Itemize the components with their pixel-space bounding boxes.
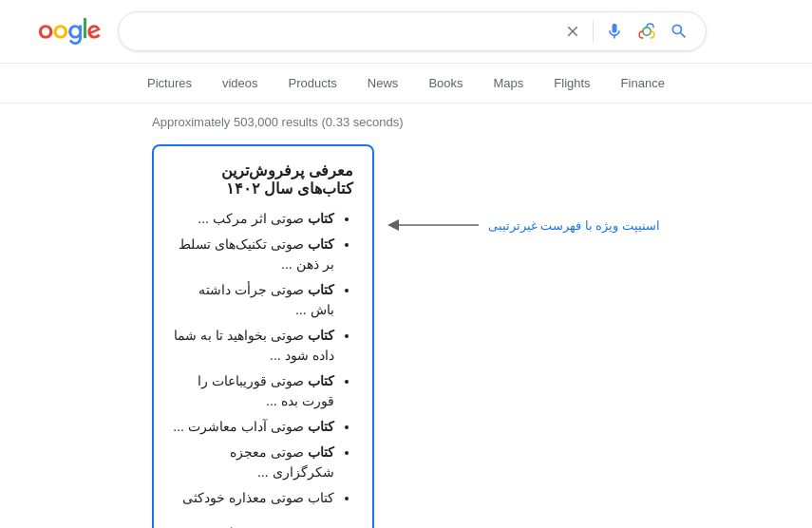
tab-books[interactable]: Books [414, 67, 477, 99]
callout-wrapper: اسنیپت ویژه با فهرست غیرترتیبی [384, 201, 660, 249]
list-item: کتاب صوتی آداب معاشرت ... [173, 417, 334, 437]
search-divider [593, 20, 594, 43]
voice-search-button[interactable] [603, 20, 626, 43]
header: پرفروش‌ترین کتاب‌های ایران در سال ۱۴۰۲ [0, 0, 812, 64]
tab-maps[interactable]: Maps [480, 67, 538, 99]
search-icons [562, 20, 690, 43]
tab-pictures[interactable]: Pictures [133, 67, 206, 99]
list-item: کتاب صوتی قوریباعات را قورت بده ... [173, 371, 334, 411]
callout-arrow-svg [384, 201, 488, 249]
list-item: کتاب صوتی بخواهید تا به شما داده شود ... [173, 326, 334, 366]
list-item: کتاب صوتی جرأت داشته باش ... [173, 280, 334, 320]
snippet-list: کتاب صوتی اثر مرکب ... کتاب صوتی تکنیک‌ه… [173, 209, 353, 508]
featured-snippet: معرفی پرفروش‌ترین کتاب‌های سال ۱۴۰۲ کتاب… [152, 144, 374, 528]
tab-products[interactable]: Products [274, 67, 351, 99]
results-area: Approximately 503,000 results (0.33 seco… [0, 104, 812, 528]
nav-tabs: Pictures videos Products News Books Maps… [0, 64, 812, 104]
callout-label: اسنیپت ویژه با فهرست غیرترتیبی [488, 218, 660, 233]
clear-search-button[interactable] [562, 21, 583, 42]
list-item: کتاب صوتی معذاره خودکثی [173, 488, 334, 508]
snippet-title: معرفی پرفروش‌ترین کتاب‌های سال ۱۴۰۲ [173, 161, 353, 198]
search-bar: پرفروش‌ترین کتاب‌های ایران در سال ۱۴۰۲ [118, 11, 707, 51]
list-item: کتاب صوتی اثر مرکب ... [173, 209, 334, 229]
tab-news[interactable]: News [353, 67, 413, 99]
image-search-button[interactable] [635, 20, 658, 43]
tab-flights[interactable]: Flights [539, 67, 604, 99]
list-item: کتاب صوتی معجزه شکرگزاری ... [173, 443, 334, 482]
search-button[interactable] [668, 20, 690, 43]
tab-videos[interactable]: videos [208, 67, 273, 99]
search-input[interactable]: پرفروش‌ترین کتاب‌های ایران در سال ۱۴۰۲ [134, 23, 555, 40]
svg-point-0 [643, 28, 651, 35]
google-logo[interactable] [15, 17, 103, 46]
tab-finance[interactable]: Finance [607, 67, 679, 99]
results-count: Approximately 503,000 results (0.33 seco… [152, 115, 660, 129]
list-item: کتاب صوتی تکنیک‌های تسلط بر ذهن ... [173, 235, 334, 274]
